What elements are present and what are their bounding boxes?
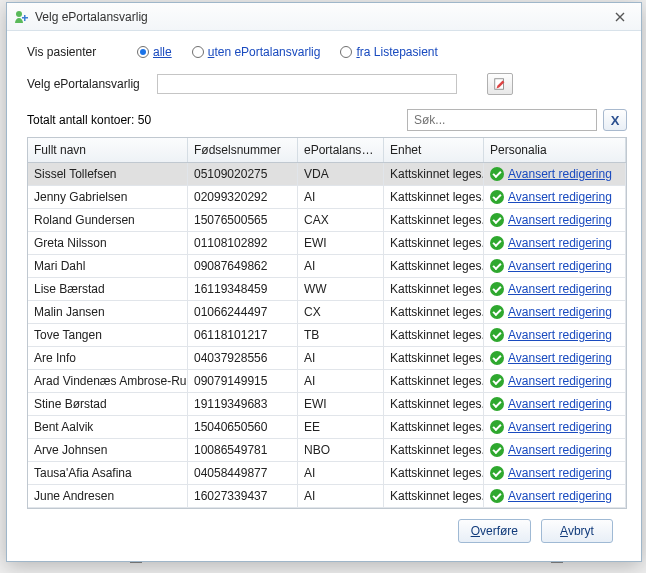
table-row[interactable]: Jenny Gabrielsen02099320292AIKattskinnet…	[28, 186, 626, 209]
advanced-edit-link[interactable]: Avansert redigering	[508, 443, 612, 457]
grid-body[interactable]: Sissel Tollefsen05109020275VDAKattskinne…	[28, 163, 626, 508]
cell-name: Malin Jansen	[28, 301, 188, 323]
radio-from-list[interactable]: fra Listepasient	[340, 45, 437, 59]
close-button[interactable]	[605, 7, 635, 27]
table-row[interactable]: Lise Bærstad16119348459WWKattskinnet leg…	[28, 278, 626, 301]
advanced-edit-link[interactable]: Avansert redigering	[508, 282, 612, 296]
cell-per: Avansert redigering	[484, 301, 626, 323]
cell-num: 04058449877	[188, 462, 298, 484]
cell-num: 01108102892	[188, 232, 298, 254]
cell-per: Avansert redigering	[484, 232, 626, 254]
col-num[interactable]: Fødselsnummer	[188, 138, 298, 162]
check-icon	[490, 236, 504, 250]
table-row[interactable]: Roland Gundersen15076500565CAXKattskinne…	[28, 209, 626, 232]
cell-epa: AI	[298, 485, 384, 507]
edit-icon	[493, 77, 507, 91]
cell-per: Avansert redigering	[484, 186, 626, 208]
clear-search-button[interactable]: X	[603, 109, 627, 131]
col-name[interactable]: Fullt navn	[28, 138, 188, 162]
search-input[interactable]	[407, 109, 597, 131]
cell-epa: EE	[298, 416, 384, 438]
filter-label: Vis pasienter	[27, 45, 137, 59]
cell-per: Avansert redigering	[484, 255, 626, 277]
advanced-edit-link[interactable]: Avansert redigering	[508, 305, 612, 319]
transfer-button[interactable]: Overføre	[458, 519, 531, 543]
cell-name: Greta Nilsson	[28, 232, 188, 254]
cell-name: Lise Bærstad	[28, 278, 188, 300]
cell-name: Arad Vindenæs Ambrose-Ru...	[28, 370, 188, 392]
advanced-edit-link[interactable]: Avansert redigering	[508, 167, 612, 181]
cell-per: Avansert redigering	[484, 416, 626, 438]
table-row[interactable]: June Andresen16027339437AIKattskinnet le…	[28, 485, 626, 508]
col-enh[interactable]: Enhet	[384, 138, 484, 162]
cell-name: Jenny Gabrielsen	[28, 186, 188, 208]
cell-enh: Kattskinnet leges...	[384, 462, 484, 484]
table-row[interactable]: Stine Børstad19119349683EWIKattskinnet l…	[28, 393, 626, 416]
advanced-edit-link[interactable]: Avansert redigering	[508, 420, 612, 434]
table-row[interactable]: Malin Jansen01066244497CXKattskinnet leg…	[28, 301, 626, 324]
cell-enh: Kattskinnet leges...	[384, 324, 484, 346]
table-row[interactable]: Tausa'Afia Asafina04058449877AIKattskinn…	[28, 462, 626, 485]
table-row[interactable]: Tove Tangen06118101217TBKattskinnet lege…	[28, 324, 626, 347]
table-row[interactable]: Greta Nilsson01108102892EWIKattskinnet l…	[28, 232, 626, 255]
cell-num: 09079149915	[188, 370, 298, 392]
table-row[interactable]: Bent Aalvik15040650560EEKattskinnet lege…	[28, 416, 626, 439]
check-icon	[490, 466, 504, 480]
cell-enh: Kattskinnet leges...	[384, 485, 484, 507]
cell-enh: Kattskinnet leges...	[384, 209, 484, 231]
cell-num: 15040650560	[188, 416, 298, 438]
cell-enh: Kattskinnet leges...	[384, 255, 484, 277]
advanced-edit-link[interactable]: Avansert redigering	[508, 466, 612, 480]
table-row[interactable]: Mari Dahl09087649862AIKattskinnet leges.…	[28, 255, 626, 278]
cell-per: Avansert redigering	[484, 439, 626, 461]
svg-rect-2	[24, 15, 26, 21]
check-icon	[490, 489, 504, 503]
cell-enh: Kattskinnet leges...	[384, 370, 484, 392]
cell-per: Avansert redigering	[484, 485, 626, 507]
cell-epa: AI	[298, 186, 384, 208]
table-row[interactable]: Sissel Tollefsen05109020275VDAKattskinne…	[28, 163, 626, 186]
cell-epa: AI	[298, 255, 384, 277]
cell-epa: AI	[298, 462, 384, 484]
cell-enh: Kattskinnet leges...	[384, 393, 484, 415]
advanced-edit-link[interactable]: Avansert redigering	[508, 190, 612, 204]
cell-epa: VDA	[298, 163, 384, 185]
titlebar: Velg ePortalansvarlig	[7, 3, 641, 31]
radio-dot-icon	[137, 46, 149, 58]
check-icon	[490, 282, 504, 296]
advanced-edit-link[interactable]: Avansert redigering	[508, 259, 612, 273]
edit-button[interactable]	[487, 73, 513, 95]
check-icon	[490, 213, 504, 227]
table-row[interactable]: Are Info04037928556AIKattskinnet leges..…	[28, 347, 626, 370]
cell-enh: Kattskinnet leges...	[384, 186, 484, 208]
check-icon	[490, 328, 504, 342]
cancel-button[interactable]: Avbryt	[541, 519, 613, 543]
col-per[interactable]: Personalia	[484, 138, 626, 162]
advanced-edit-link[interactable]: Avansert redigering	[508, 397, 612, 411]
advanced-edit-link[interactable]: Avansert redigering	[508, 328, 612, 342]
check-icon	[490, 374, 504, 388]
cell-per: Avansert redigering	[484, 278, 626, 300]
eportal-responsible-input[interactable]	[157, 74, 457, 94]
table-row[interactable]: Arve Johnsen10086549781NBOKattskinnet le…	[28, 439, 626, 462]
app-icon	[13, 9, 29, 25]
cell-enh: Kattskinnet leges...	[384, 416, 484, 438]
cell-epa: EWI	[298, 232, 384, 254]
cell-per: Avansert redigering	[484, 462, 626, 484]
radio-no-responsible[interactable]: uten ePortalansvarlig	[192, 45, 321, 59]
advanced-edit-link[interactable]: Avansert redigering	[508, 489, 612, 503]
cell-per: Avansert redigering	[484, 324, 626, 346]
check-icon	[490, 397, 504, 411]
table-row[interactable]: Arad Vindenæs Ambrose-Ru...09079149915AI…	[28, 370, 626, 393]
advanced-edit-link[interactable]: Avansert redigering	[508, 374, 612, 388]
advanced-edit-link[interactable]: Avansert redigering	[508, 351, 612, 365]
select-label: Velg ePortalansvarlig	[27, 77, 157, 91]
cell-per: Avansert redigering	[484, 393, 626, 415]
radio-all[interactable]: alle	[137, 45, 172, 59]
advanced-edit-link[interactable]: Avansert redigering	[508, 213, 612, 227]
advanced-edit-link[interactable]: Avansert redigering	[508, 236, 612, 250]
cell-enh: Kattskinnet leges...	[384, 232, 484, 254]
col-epa[interactable]: ePortalansvarlig	[298, 138, 384, 162]
cell-num: 05109020275	[188, 163, 298, 185]
cell-num: 15076500565	[188, 209, 298, 231]
